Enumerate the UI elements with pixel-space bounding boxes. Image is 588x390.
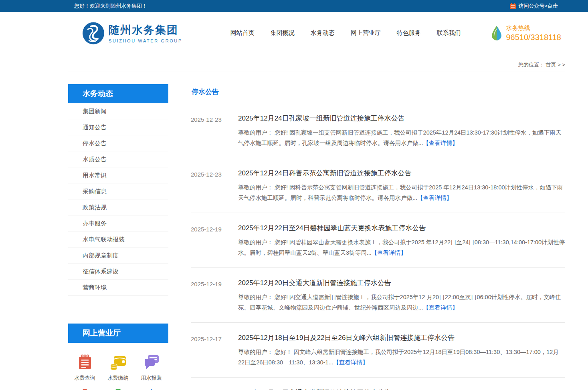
sidebar-item-water-outage[interactable]: 停水公告 [68, 135, 168, 151]
calendar-icon [509, 3, 516, 10]
sidebar-item-policies[interactable]: 政策法规 [68, 199, 168, 215]
sidebar-item-water-knowledge[interactable]: 用水常识 [68, 167, 168, 183]
nav-item-services[interactable]: 特色服务 [397, 29, 421, 37]
chat-bubbles-icon [143, 353, 160, 371]
notice-excerpt: 尊敬的用户： 您好! 因科普示范公寓支管网新旧管道连接施工，我公司拟于2025 … [238, 184, 563, 201]
notepad-icon [76, 353, 94, 371]
breadcrumb-prefix: 您的位置： [518, 62, 544, 68]
nav-item-online-hall[interactable]: 网上营业厅 [351, 29, 381, 37]
notice-item: 2025-12-23 2025年12月24日科普示范公寓新旧管道连接施工停水公告… [191, 158, 565, 213]
sidebar: 水务动态 集团新闻 通知公告 停水公告 水质公告 用水常识 采购信息 政策法规 … [68, 84, 168, 390]
notice-title[interactable]: 2025年12月20日交通大道新旧管连接施工停水公告 [238, 278, 565, 287]
notice-title[interactable]: 2025年12月18日至19日及22日至26日文峰六组新旧管连接施工停水公告 [238, 333, 565, 342]
notice-date: 2025-12-17 [191, 333, 238, 368]
view-details-link[interactable]: 【查看详情】 [333, 359, 368, 366]
nav-item-about[interactable]: 集团概况 [271, 29, 295, 37]
hall-item-water-install[interactable]: 用水报装 [135, 353, 168, 382]
notice-item: 2025-12-19 2025年12月22日至24日碧桂园翠山蓝天更换水表施工停… [191, 213, 565, 268]
logo-title: 随州水务集团 [109, 23, 182, 37]
notice-excerpt: 尊敬的用户： 您好! 因交通大道需新旧管连接施工，我公司拟于2025年12 月2… [238, 294, 561, 311]
header: 随州水务集团 SUIZHOU WATER GROUP 网站首页 集团概况 水务动… [0, 12, 588, 54]
nav-item-home[interactable]: 网站首页 [230, 29, 255, 37]
view-details-link[interactable]: 【查看详情】 [423, 304, 458, 311]
view-details-link[interactable]: 【查看详情】 [417, 195, 452, 201]
notice-date: 2025-12-23 [191, 169, 238, 203]
notice-title[interactable]: 2025年12月13日交通大道新旧管连接施工停水公告 [238, 388, 565, 390]
notice-item: 2025-12-17 2025年12月18日至19日及22日至26日文峰六组新旧… [191, 323, 565, 378]
notice-item: 2025-12-23 2025年12月24日孔家坡一组新旧管道连接施工停水公告 … [191, 103, 565, 158]
breadcrumb-home-link[interactable]: 首页 [546, 62, 556, 68]
notice-date: 2025-12-13 [191, 388, 238, 390]
hall-item-label: 水费缴纳 [108, 374, 129, 382]
breadcrumb-separator: > > [558, 62, 565, 68]
notice-title[interactable]: 2025年12月24日孔家坡一组新旧管道连接施工停水公告 [238, 114, 565, 123]
notice-excerpt: 尊敬的用户： 您好！ 因文峰六组需新旧管连接施工，我公司拟于2025年12月18… [238, 349, 559, 366]
logo[interactable]: 随州水务集团 SUIZHOU WATER GROUP [82, 22, 182, 44]
swan-logo-icon [82, 22, 105, 44]
view-details-link[interactable]: 【查看详情】 [372, 249, 406, 256]
sidebar-item-services[interactable]: 办事服务 [68, 215, 168, 231]
wechat-link[interactable]: 访问公众号>点击 [509, 2, 558, 10]
welcome-text: 您好！欢迎来到随州水务集团！ [74, 2, 147, 10]
sidebar-item-credit-system[interactable]: 征信体系建设 [68, 263, 168, 279]
notice-title[interactable]: 2025年12月22日至24日碧桂园翠山蓝天更换水表施工停水公告 [238, 223, 565, 233]
notice-item: 2025-12-13 2025年12月13日交通大道新旧管连接施工停水公告 尊敬… [191, 378, 565, 390]
nav-item-contact[interactable]: 联系我们 [437, 29, 461, 37]
hotline-label: 水务热线 [506, 24, 561, 32]
sidebar-item-water-quality[interactable]: 水质公告 [68, 151, 168, 167]
hall-item-label: 用水报装 [141, 374, 162, 382]
water-drop-icon [491, 25, 503, 41]
pin-icon [81, 388, 89, 390]
notice-section: 停水公告 2025-12-23 2025年12月24日孔家坡一组新旧管道连接施工… [191, 84, 565, 390]
main-nav: 网站首页 集团概况 水务动态 网上营业厅 特色服务 联系我们 [230, 29, 461, 37]
sidebar-item-procurement[interactable]: 采购信息 [68, 183, 168, 199]
hall-item-fee-query[interactable]: 水费查询 [68, 353, 101, 382]
sidebar-item-internal-rules[interactable]: 内部规章制度 [68, 247, 168, 263]
sidebar-item-notices[interactable]: 通知公告 [68, 119, 168, 135]
wechat-label: 访问公众号>点击 [518, 2, 558, 10]
notice-excerpt: 尊敬的用户： 您好! 因孔家坡一组支管网新旧管道连接施工，我公司拟于2025年1… [238, 129, 562, 146]
nav-item-news[interactable]: 水务动态 [311, 29, 335, 37]
hotline-number: 96510/3318118 [506, 33, 561, 42]
hall-item-label: 水费查询 [75, 374, 95, 382]
sidebar-hall-header: 网上营业厅 [68, 324, 168, 343]
sidebar-item-business-env[interactable]: 营商环境 [68, 279, 168, 296]
wallet-icon [109, 353, 127, 371]
breadcrumb: 您的位置： 首页 > > [68, 54, 565, 72]
notice-date: 2025-12-23 [191, 114, 238, 148]
topbar: 您好！欢迎来到随州水务集团！ 访问公众号>点击 [0, 0, 588, 12]
logo-subtitle: SUIZHOU WATER GROUP [109, 38, 182, 43]
sidebar-item-group-news[interactable]: 集团新闻 [68, 103, 168, 119]
hotline: 水务热线 96510/3318118 [491, 24, 561, 42]
sidebar-news-header: 水务动态 [68, 84, 168, 103]
view-details-link[interactable]: 【查看详情】 [423, 140, 458, 146]
notice-title[interactable]: 2025年12月24日科普示范公寓新旧管道连接施工停水公告 [238, 169, 565, 178]
hall-item-fee-pay[interactable]: 水费缴纳 [101, 353, 135, 382]
page-title: 停水公告 [191, 84, 565, 103]
notice-date: 2025-12-19 [191, 278, 238, 313]
notice-date: 2025-12-19 [191, 223, 238, 258]
notice-item: 2025-12-19 2025年12月20日交通大道新旧管连接施工停水公告 尊敬… [191, 268, 565, 323]
sidebar-item-joint-install[interactable]: 水电气联动报装 [68, 231, 168, 247]
